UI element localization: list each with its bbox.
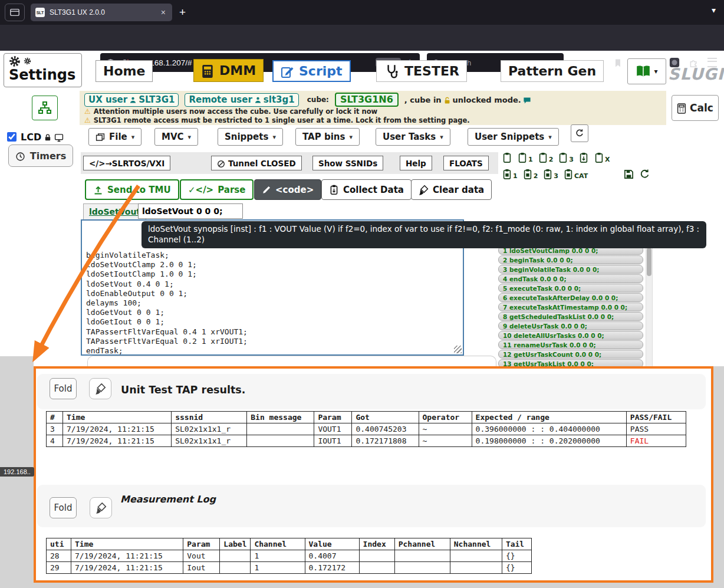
- save-to-pocket-icon[interactable]: [613, 57, 623, 68]
- parse-button[interactable]: ✓</> Parse: [180, 179, 254, 200]
- measurement-log-fold-button[interactable]: Fold: [50, 497, 77, 518]
- editor-tab-ldosetvout[interactable]: ldoSetVout: [83, 203, 146, 219]
- clear-data-button[interactable]: Clear data: [411, 179, 492, 200]
- send-to-tmu-button[interactable]: Send to TMU: [85, 179, 179, 200]
- snippet-item[interactable]: 4 endTask 0.0 0 0;: [498, 274, 643, 283]
- measurement-log-header-strip: [37, 485, 706, 527]
- col-header: Time: [71, 538, 183, 550]
- col-header: Operator: [419, 412, 472, 423]
- cube-name-badge[interactable]: SLT3G1N6: [335, 93, 399, 107]
- settings-label: Settings: [9, 67, 77, 83]
- copy-3-icon[interactable]: 3: [558, 152, 574, 163]
- tunnel-button[interactable]: Tunnel CLOSED: [211, 156, 302, 170]
- firefox-view-icon[interactable]: [5, 4, 25, 21]
- clear-clipboard-icon[interactable]: X: [594, 152, 610, 163]
- tab-close-icon[interactable]: ×: [159, 8, 167, 17]
- annotation-highlight-box: Fold Unit Test TAP results. # Time sssni…: [34, 366, 713, 583]
- browser-tab-strip: SLT SLT3G1 UX 2.0.0 × + ▾: [0, 0, 724, 25]
- user-tasks-menu[interactable]: User Tasks ▾: [376, 128, 450, 146]
- paste-icon[interactable]: [578, 152, 589, 163]
- cell: 0.396000000 : : 0.404000000: [472, 423, 626, 435]
- nav-pattern-gen[interactable]: Pattern Gen: [501, 60, 604, 82]
- table-row: 29 7/19/2024, 11:21:15 Iout 1 0.172172 {…: [47, 562, 532, 574]
- docs-book-dropdown[interactable]: ▾: [627, 58, 666, 84]
- tap-bins-menu[interactable]: TAP bins ▾: [295, 128, 360, 146]
- measurement-log-clear-button[interactable]: [90, 497, 112, 518]
- nav-home[interactable]: Home: [96, 60, 153, 82]
- settings-button[interactable]: Settings: [4, 53, 82, 87]
- cell: [220, 562, 251, 574]
- upload-icon: [93, 185, 103, 195]
- snippet-item[interactable]: 8 getScheduledTaskList 0.0 0 0;: [498, 312, 643, 321]
- ux-user-badge[interactable]: UX user SLT3G1: [84, 93, 179, 107]
- snippets-menu[interactable]: Snippets ▾: [218, 128, 283, 146]
- new-tab-button[interactable]: +: [179, 6, 186, 19]
- app-logo: SLUGI: [668, 65, 724, 83]
- save-icon[interactable]: [623, 169, 634, 180]
- paste-cat-icon[interactable]: CAT: [563, 168, 588, 180]
- cell: Iout: [183, 562, 220, 574]
- cell: IOUT1: [314, 435, 352, 447]
- table-row: 3 7/19/2024, 11:21:15 SL02x1x1x1_r VOUT1…: [47, 423, 686, 435]
- snippet-item[interactable]: 10 deleteAllUsrTasks 0.0 0 0;: [498, 331, 643, 340]
- snippet-item[interactable]: 6 executeTaskAfterDelay 0.0 0 0;: [498, 293, 643, 302]
- warning-text-1: Attention multiple users now access the …: [94, 107, 377, 116]
- tap-results-title: Unit Test TAP results.: [121, 384, 245, 396]
- refresh-button[interactable]: [571, 124, 588, 142]
- snippet-scrollbar-thumb[interactable]: [647, 248, 651, 276]
- paste-2-icon[interactable]: 2: [522, 168, 538, 180]
- col-header: Time: [63, 412, 172, 423]
- command-input[interactable]: [138, 203, 243, 219]
- network-topology-button[interactable]: [32, 96, 58, 120]
- paste-2-label: 2: [534, 172, 538, 180]
- list-tabs-chevron-icon[interactable]: ▾: [712, 5, 716, 15]
- floats-button[interactable]: FLOATS: [443, 156, 489, 170]
- file-menu-label: File: [109, 132, 127, 142]
- col-header: #: [47, 412, 63, 423]
- snippet-item[interactable]: 7 executeTaskAtTimestamp 0.0 0 0;: [498, 303, 643, 311]
- calc-button[interactable]: Calc: [672, 95, 719, 121]
- cell: 7/19/2024, 11:21:15: [71, 562, 183, 574]
- resize-handle[interactable]: [454, 346, 462, 353]
- warning-icon: ⚠: [84, 107, 91, 116]
- refresh-icon[interactable]: [639, 169, 650, 180]
- tap-results-clear-button[interactable]: [89, 378, 111, 399]
- slrtos-vxi-button[interactable]: </>→SLRTOS/VXI: [83, 156, 170, 170]
- snippet-item[interactable]: 2 beginTask 0.0 0 0;: [498, 255, 643, 264]
- col-header: Param: [183, 538, 220, 550]
- chevron-down-icon: ▾: [188, 133, 192, 141]
- snippet-item[interactable]: 3 beginVolatileTask 0.0 0 0;: [498, 265, 643, 274]
- cell: [359, 550, 394, 562]
- paste-3-icon[interactable]: 3: [542, 168, 558, 180]
- book-icon: [636, 65, 651, 78]
- page-background: [713, 366, 724, 588]
- snippet-item[interactable]: 9 deleteUsrTask 0.0 0 0;: [498, 321, 643, 330]
- calc-icon: [677, 102, 686, 114]
- file-menu[interactable]: File ▾: [88, 128, 141, 146]
- lcd-checkbox[interactable]: [7, 132, 17, 142]
- snippet-item[interactable]: 12 getUsrTaskCount 0.0 0 0;: [498, 350, 643, 359]
- remote-user-badge[interactable]: Remote user slt3g1: [185, 93, 298, 107]
- browser-tab[interactable]: SLT SLT3G1 UX 2.0.0 ×: [31, 4, 172, 21]
- mvc-menu[interactable]: MVC ▾: [154, 128, 198, 146]
- help-button[interactable]: Help: [400, 156, 432, 170]
- show-ssnids-button[interactable]: Show SSNIDs: [312, 156, 383, 170]
- snippet-item[interactable]: 5 executeTask 0.0 0 0;: [498, 284, 643, 293]
- tap-results-fold-button[interactable]: Fold: [50, 378, 77, 399]
- snippet-item[interactable]: 11 renameUsrTask 0.0 0 0;: [498, 340, 643, 349]
- warning-text-2: SLT3G1 remote access must be restricted …: [94, 116, 470, 124]
- nav-dmm[interactable]: DMM: [193, 59, 264, 82]
- nav-tester[interactable]: TESTER: [376, 60, 467, 82]
- copy-1-icon[interactable]: 1: [517, 152, 533, 163]
- copy-icon[interactable]: [502, 152, 512, 163]
- paste-1-icon[interactable]: 1: [502, 168, 518, 180]
- copy-2-icon[interactable]: 2: [538, 152, 554, 163]
- user-snippets-menu[interactable]: User Snippets ▾: [468, 128, 559, 146]
- pencil-icon: [262, 185, 271, 195]
- code-button[interactable]: <code>: [254, 179, 321, 200]
- chevron-down-icon: ▾: [349, 133, 353, 141]
- command-synopsis-tooltip: ldoSetVout synopsis [inst] : f1 : VOUT V…: [141, 221, 706, 248]
- timers-button[interactable]: Timers: [8, 144, 73, 167]
- nav-script[interactable]: Script: [272, 60, 351, 82]
- collect-data-button[interactable]: Collect Data: [321, 179, 412, 200]
